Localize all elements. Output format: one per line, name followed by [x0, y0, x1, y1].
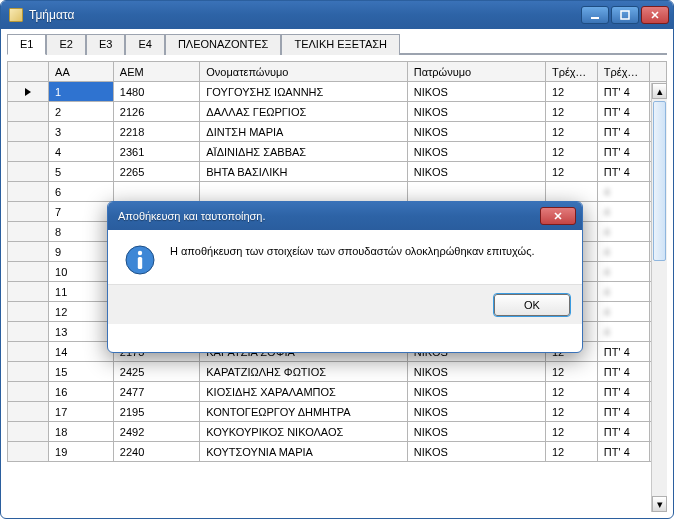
tab-ε4[interactable]: Ε4	[125, 34, 164, 55]
cell-aa[interactable]: 7	[49, 202, 114, 222]
cell-aa[interactable]: 8	[49, 222, 114, 242]
cell-patr[interactable]: NIKOS	[407, 422, 545, 442]
cell-aa[interactable]: 4	[49, 142, 114, 162]
cell-aa[interactable]: 12	[49, 302, 114, 322]
col-exa[interactable]: Τρέχον εξάμηνο	[545, 62, 597, 82]
cell-exa[interactable]: 12	[545, 362, 597, 382]
cell-exb[interactable]: ΠΤ' 4	[597, 142, 649, 162]
cell-aem[interactable]: 2361	[113, 142, 199, 162]
cell-exb[interactable]: ΠΤ' 4	[597, 342, 649, 362]
cell-onom[interactable]: ΚΑΡΑΤΖΙΩΛΗΣ ΦΩΤΙΟΣ	[200, 362, 407, 382]
vertical-scrollbar[interactable]: ▴ ▾	[651, 83, 667, 512]
row-header[interactable]	[8, 402, 49, 422]
table-row[interactable]: 192240ΚΟΥΤΣΟΥΝΙΑ ΜΑΡΙΑNIKOS12ΠΤ' 4	[8, 442, 667, 462]
col-patr[interactable]: Πατρώνυμο	[407, 62, 545, 82]
cell-aem[interactable]	[113, 182, 199, 202]
cell-aa[interactable]: 5	[49, 162, 114, 182]
cell-exa[interactable]: 12	[545, 142, 597, 162]
cell-exb[interactable]: ΠΤ' 4	[597, 102, 649, 122]
row-header[interactable]	[8, 142, 49, 162]
row-header[interactable]	[8, 282, 49, 302]
cell-onom[interactable]: ΑΪΔΙΝΙΔΗΣ ΣΑΒΒΑΣ	[200, 142, 407, 162]
row-header[interactable]	[8, 322, 49, 342]
cell-exb[interactable]: ΠΤ' 4	[597, 162, 649, 182]
cell-exb[interactable]: ΠΤ' 4	[597, 422, 649, 442]
row-header[interactable]	[8, 162, 49, 182]
cell-exb[interactable]: 4	[597, 202, 649, 222]
row-header[interactable]	[8, 242, 49, 262]
col-onom[interactable]: Ονοματεπώνυμο	[200, 62, 407, 82]
cell-onom[interactable]: ΚΙΟΣΙΔΗΣ ΧΑΡΑΛΑΜΠΟΣ	[200, 382, 407, 402]
cell-exa[interactable]: 12	[545, 422, 597, 442]
row-header[interactable]	[8, 122, 49, 142]
col-aa[interactable]: ΑΑ	[49, 62, 114, 82]
cell-aa[interactable]: 16	[49, 382, 114, 402]
table-row[interactable]: 42361ΑΪΔΙΝΙΔΗΣ ΣΑΒΒΑΣNIKOS12ΠΤ' 4	[8, 142, 667, 162]
row-header[interactable]	[8, 82, 49, 102]
table-row[interactable]: 162477ΚΙΟΣΙΔΗΣ ΧΑΡΑΛΑΜΠΟΣNIKOS12ΠΤ' 4	[8, 382, 667, 402]
cell-aa[interactable]: 17	[49, 402, 114, 422]
row-header[interactable]	[8, 262, 49, 282]
cell-exb[interactable]: ΠΤ' 4	[597, 82, 649, 102]
row-header[interactable]	[8, 182, 49, 202]
cell-aa[interactable]: 13	[49, 322, 114, 342]
cell-exb[interactable]: 4	[597, 322, 649, 342]
cell-exa[interactable]	[545, 182, 597, 202]
table-row[interactable]: 64	[8, 182, 667, 202]
cell-onom[interactable]: ΔΙΝΤΣΗ ΜΑΡΙΑ	[200, 122, 407, 142]
cell-aa[interactable]: 11	[49, 282, 114, 302]
cell-exb[interactable]: ΠΤ' 4	[597, 122, 649, 142]
col-exb[interactable]: Τρέχον εξάμηνο	[597, 62, 649, 82]
cell-exa[interactable]: 12	[545, 442, 597, 462]
cell-aa[interactable]: 14	[49, 342, 114, 362]
cell-aem[interactable]: 2492	[113, 422, 199, 442]
table-row[interactable]: 172195ΚΟΝΤΟΓΕΩΡΓΟΥ ΔΗΜΗΤΡΑNIKOS12ΠΤ' 4	[8, 402, 667, 422]
dialog-close-button[interactable]	[540, 207, 576, 225]
cell-exb[interactable]: 4	[597, 262, 649, 282]
cell-patr[interactable]: NIKOS	[407, 442, 545, 462]
cell-onom[interactable]: ΓΟΥΓΟΥΣΗΣ ΙΩΑΝΝΗΣ	[200, 82, 407, 102]
cell-aem[interactable]: 2126	[113, 102, 199, 122]
maximize-button[interactable]	[611, 6, 639, 24]
row-header[interactable]	[8, 202, 49, 222]
scroll-up-button[interactable]: ▴	[652, 83, 667, 99]
table-row[interactable]: 22126ΔΑΛΛΑΣ ΓΕΩΡΓΙΟΣNIKOS12ΠΤ' 4	[8, 102, 667, 122]
row-header[interactable]	[8, 422, 49, 442]
cell-exb[interactable]: ΠΤ' 4	[597, 402, 649, 422]
cell-patr[interactable]: NIKOS	[407, 102, 545, 122]
cell-onom[interactable]: ΒΗΤΑ ΒΑΣΙΛΙΚΗ	[200, 162, 407, 182]
cell-exb[interactable]: 4	[597, 302, 649, 322]
cell-exa[interactable]: 12	[545, 102, 597, 122]
minimize-button[interactable]	[581, 6, 609, 24]
cell-aem[interactable]: 2265	[113, 162, 199, 182]
col-aem[interactable]: ΑΕΜ	[113, 62, 199, 82]
table-row[interactable]: 32218ΔΙΝΤΣΗ ΜΑΡΙΑNIKOS12ΠΤ' 4	[8, 122, 667, 142]
titlebar[interactable]: Τμήματα	[1, 1, 673, 29]
table-row[interactable]: 152425ΚΑΡΑΤΖΙΩΛΗΣ ΦΩΤΙΟΣNIKOS12ΠΤ' 4	[8, 362, 667, 382]
scroll-thumb[interactable]	[653, 101, 666, 261]
dialog-titlebar[interactable]: Αποθήκευση και ταυτοποίηση.	[108, 202, 582, 230]
cell-aem[interactable]: 2195	[113, 402, 199, 422]
cell-aem[interactable]: 2218	[113, 122, 199, 142]
cell-patr[interactable]: NIKOS	[407, 122, 545, 142]
cell-aa[interactable]: 3	[49, 122, 114, 142]
cell-onom[interactable]: ΔΑΛΛΑΣ ΓΕΩΡΓΙΟΣ	[200, 102, 407, 122]
cell-aa[interactable]: 18	[49, 422, 114, 442]
cell-aa[interactable]: 1	[49, 82, 114, 102]
cell-exa[interactable]: 12	[545, 82, 597, 102]
tab-πλεοναζοντες[interactable]: ΠΛΕΟΝΑΖΟΝΤΕΣ	[165, 34, 282, 55]
tab-ε2[interactable]: Ε2	[46, 34, 85, 55]
cell-patr[interactable]: NIKOS	[407, 362, 545, 382]
cell-exb[interactable]: 4	[597, 182, 649, 202]
scroll-down-button[interactable]: ▾	[652, 496, 667, 512]
dialog-ok-button[interactable]: OK	[494, 294, 570, 316]
row-header[interactable]	[8, 302, 49, 322]
row-header[interactable]	[8, 362, 49, 382]
table-row[interactable]: 182492ΚΟΥΚΟΥΡΙΚΟΣ ΝΙΚΟΛΑΟΣNIKOS12ΠΤ' 4	[8, 422, 667, 442]
row-header[interactable]	[8, 382, 49, 402]
cell-patr[interactable]: NIKOS	[407, 142, 545, 162]
row-header[interactable]	[8, 442, 49, 462]
cell-exa[interactable]: 12	[545, 382, 597, 402]
tab-ε3[interactable]: Ε3	[86, 34, 125, 55]
cell-exb[interactable]: ΠΤ' 4	[597, 382, 649, 402]
